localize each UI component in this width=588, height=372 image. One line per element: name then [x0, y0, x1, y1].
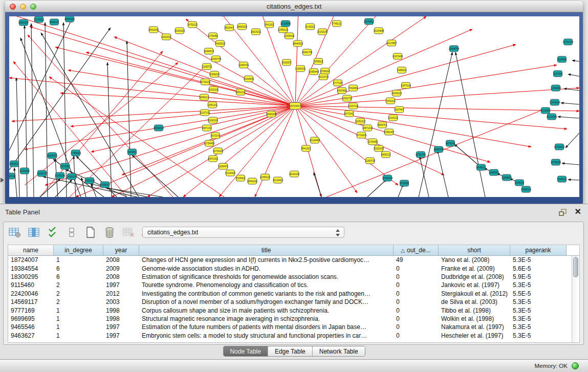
- network-node[interactable]: 15751074: [563, 39, 574, 45]
- network-edge[interactable]: [295, 106, 531, 147]
- network-edge[interactable]: [219, 106, 295, 197]
- network-node[interactable]: 16648784: [449, 46, 460, 52]
- network-node[interactable]: 15202101: [208, 117, 219, 123]
- network-node[interactable]: 9245014: [515, 180, 524, 186]
- network-edge[interactable]: [132, 155, 178, 197]
- network-edge[interactable]: [31, 24, 34, 197]
- delete-column-trash-button[interactable]: [103, 227, 116, 238]
- network-node[interactable]: 9245012: [557, 176, 567, 182]
- network-node[interactable]: 10846201: [489, 169, 499, 176]
- row-height-button[interactable]: [66, 227, 78, 238]
- network-node[interactable]: 11532751: [342, 95, 353, 101]
- table-row[interactable]: 1456911722003Disruption of a novel membe…: [8, 298, 572, 306]
- network-edge[interactable]: [90, 184, 147, 197]
- network-node[interactable]: 10700343: [554, 144, 565, 150]
- column-header-title[interactable]: title: [139, 245, 394, 255]
- network-node[interactable]: 9151512: [9, 173, 15, 179]
- network-edge[interactable]: [564, 89, 579, 91]
- network-node[interactable]: 12051311: [207, 102, 218, 108]
- minimize-window-button[interactable]: [20, 4, 26, 10]
- network-edge[interactable]: [127, 41, 131, 197]
- network-edge[interactable]: [561, 103, 579, 104]
- network-edge[interactable]: [295, 106, 579, 111]
- table-settings-button[interactable]: [9, 227, 21, 238]
- network-edge[interactable]: [438, 150, 448, 197]
- column-header-short[interactable]: short: [439, 245, 510, 255]
- network-node[interactable]: 16015211: [251, 29, 262, 35]
- network-node[interactable]: 9245013: [476, 164, 486, 170]
- network-node[interactable]: 10653287: [18, 19, 29, 26]
- network-node[interactable]: 16210722: [318, 74, 329, 80]
- network-node[interactable]: 14731021: [213, 148, 224, 154]
- network-node[interactable]: 9073142: [344, 111, 354, 117]
- column-header-out-degree[interactable]: △out_de...: [394, 245, 439, 255]
- window-titlebar[interactable]: citations_edges.txt: [5, 1, 583, 12]
- network-edge[interactable]: [55, 180, 72, 197]
- network-edge[interactable]: [112, 106, 295, 197]
- network-node[interactable]: 12754451: [208, 33, 219, 39]
- network-node[interactable]: 8132021: [306, 24, 315, 30]
- network-edge[interactable]: [420, 156, 429, 197]
- network-node[interactable]: 9794028: [320, 68, 330, 74]
- network-node[interactable]: 12022011: [161, 34, 172, 40]
- network-node[interactable]: 12754454: [367, 139, 378, 145]
- network-node[interactable]: 18541201: [247, 178, 258, 184]
- network-node[interactable]: 12093832: [551, 85, 561, 91]
- network-node[interactable]: 18640910: [293, 40, 303, 47]
- table-row[interactable]: 977716911998Corpus callosum shape and si…: [8, 306, 572, 314]
- network-node[interactable]: 12213967: [386, 40, 397, 46]
- network-node[interactable]: 10990443: [309, 69, 319, 75]
- network-node[interactable]: 12064744: [211, 56, 222, 62]
- network-edge[interactable]: [314, 172, 321, 197]
- network-node[interactable]: 12064741: [238, 62, 249, 68]
- network-node[interactable]: 12459122: [278, 27, 289, 33]
- close-panel-icon[interactable]: ✕: [575, 207, 581, 216]
- network-node[interactable]: 16210643: [547, 114, 557, 120]
- network-node[interactable]: 10358107: [100, 182, 111, 188]
- collapsed-panel-arrow-icon[interactable]: [1, 178, 4, 183]
- network-node[interactable]: 15134457: [310, 137, 320, 143]
- network-node[interactable]: 16202101: [208, 86, 219, 93]
- network-edge[interactable]: [565, 133, 579, 148]
- tab-edge-table[interactable]: Edge Table: [268, 346, 313, 356]
- network-canvas[interactable]: 1872400718300295127544511462021018384574…: [9, 16, 579, 197]
- network-edge[interactable]: [55, 47, 295, 106]
- network-node[interactable]: 11626151: [295, 65, 306, 72]
- network-node[interactable]: 7955812: [314, 58, 323, 64]
- network-node[interactable]: 16251021: [175, 28, 185, 34]
- network-edge[interactable]: [562, 163, 579, 165]
- network-node[interactable]: 9227343: [553, 71, 562, 77]
- network-node[interactable]: 16044121: [391, 90, 402, 96]
- network-node[interactable]: 20206535: [47, 152, 58, 159]
- network-edge[interactable]: [41, 33, 139, 197]
- table-select-dropdown[interactable]: citations_edges.txt: [142, 227, 344, 238]
- network-node[interactable]: 9541202: [265, 21, 274, 28]
- network-node[interactable]: 15270021: [34, 16, 45, 23]
- network-node[interactable]: 15134422: [273, 177, 284, 183]
- network-node[interactable]: 9329966: [557, 56, 567, 62]
- column-header-pagerank[interactable]: pagerank: [510, 245, 567, 255]
- network-node[interactable]: 16053281: [64, 16, 75, 22]
- network-edge[interactable]: [16, 78, 19, 197]
- network-edge[interactable]: [558, 117, 579, 118]
- table-vertical-scrollbar[interactable]: [572, 256, 579, 342]
- network-node[interactable]: 9679194: [446, 140, 455, 146]
- network-node[interactable]: 12054471: [218, 163, 229, 169]
- network-node[interactable]: 12051312: [355, 118, 366, 124]
- network-node[interactable]: 16912041: [148, 27, 159, 33]
- network-node[interactable]: 9605051: [127, 149, 137, 155]
- network-node[interactable]: 9910447: [225, 25, 234, 31]
- network-edge[interactable]: [63, 23, 67, 197]
- network-node[interactable]: 17359924: [71, 150, 81, 156]
- network-node[interactable]: 16871312: [208, 156, 219, 162]
- network-node[interactable]: 12905135: [67, 173, 77, 180]
- network-node[interactable]: 14752121: [187, 21, 198, 28]
- network-node[interactable]: 10975887: [60, 163, 71, 169]
- network-edge[interactable]: [68, 70, 295, 106]
- tab-node-table[interactable]: Node Table: [223, 346, 268, 356]
- zoom-window-button[interactable]: [30, 4, 36, 10]
- network-node[interactable]: 8350511: [10, 161, 19, 167]
- network-node[interactable]: 15134421: [225, 170, 236, 176]
- network-edge[interactable]: [367, 180, 386, 197]
- network-node[interactable]: 9792569: [400, 180, 409, 186]
